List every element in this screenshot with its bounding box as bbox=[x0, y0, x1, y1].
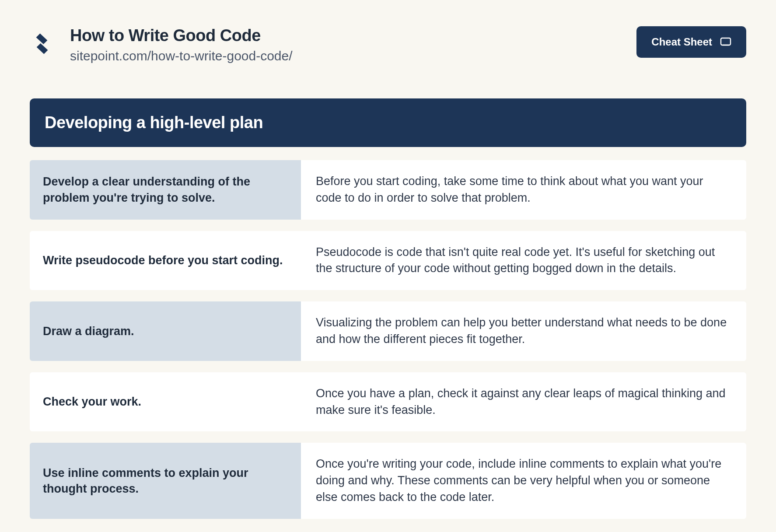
section-title: Developing a high-level plan bbox=[30, 98, 746, 147]
table-row: Write pseudocode before you start coding… bbox=[30, 231, 746, 290]
row-description: Pseudocode is code that isn't quite real… bbox=[301, 231, 746, 290]
table-row: Draw a diagram. Visualizing the problem … bbox=[30, 301, 746, 361]
page: How to Write Good Code sitepoint.com/how… bbox=[0, 0, 776, 532]
header-titles: How to Write Good Code sitepoint.com/how… bbox=[70, 26, 293, 63]
row-term: Write pseudocode before you start coding… bbox=[30, 231, 301, 290]
row-term: Draw a diagram. bbox=[30, 301, 301, 361]
monitor-icon bbox=[720, 37, 731, 47]
row-description: Visualizing the problem can help you bet… bbox=[301, 301, 746, 361]
row-term: Use inline comments to explain your thou… bbox=[30, 443, 301, 518]
row-term: Check your work. bbox=[30, 372, 301, 432]
cheat-sheet-button-label: Cheat Sheet bbox=[651, 36, 712, 48]
header: How to Write Good Code sitepoint.com/how… bbox=[30, 26, 746, 63]
page-title: How to Write Good Code bbox=[70, 26, 293, 45]
svg-rect-0 bbox=[721, 38, 731, 45]
row-description: Once you have a plan, check it against a… bbox=[301, 372, 746, 432]
header-left: How to Write Good Code sitepoint.com/how… bbox=[30, 26, 293, 63]
row-description: Once you're writing your code, include i… bbox=[301, 443, 746, 518]
cheat-sheet-button[interactable]: Cheat Sheet bbox=[636, 26, 746, 58]
row-term: Develop a clear understanding of the pro… bbox=[30, 160, 301, 220]
row-description: Before you start coding, take some time … bbox=[301, 160, 746, 220]
page-url: sitepoint.com/how-to-write-good-code/ bbox=[70, 49, 293, 63]
sitepoint-logo-icon bbox=[30, 32, 54, 56]
table-row: Use inline comments to explain your thou… bbox=[30, 443, 746, 518]
table-row: Develop a clear understanding of the pro… bbox=[30, 160, 746, 220]
table-row: Check your work. Once you have a plan, c… bbox=[30, 372, 746, 432]
